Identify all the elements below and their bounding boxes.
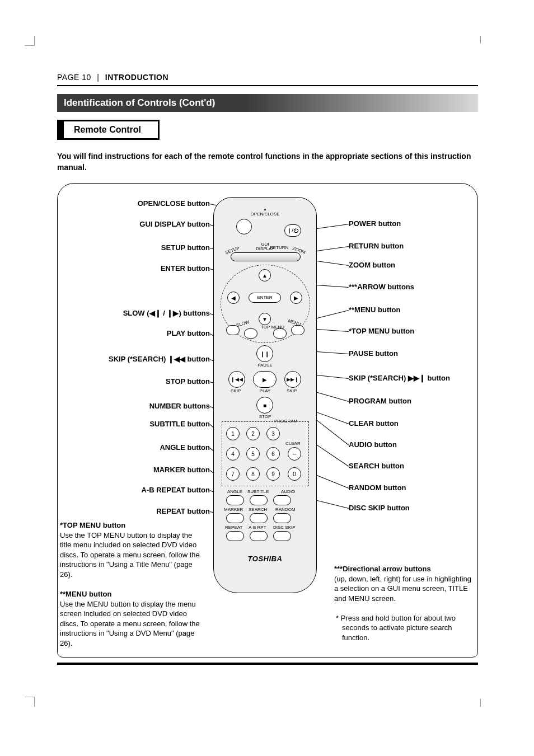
- content-area: PAGE 10 | INTRODUCTION Identification of…: [57, 73, 478, 658]
- crop-mark: [25, 36, 35, 46]
- bottom-rule: [57, 663, 478, 665]
- callout-search: SEARCH button: [349, 462, 404, 470]
- stop-button: ■: [256, 397, 273, 414]
- label-repeat: REPEAT: [225, 525, 242, 530]
- label-search: SEARCH: [249, 508, 267, 512]
- label-subtitle: SUBTITLE: [247, 490, 269, 494]
- label-skip-r: SKIP: [287, 389, 297, 393]
- sub-title: Remote Control: [57, 120, 160, 140]
- crop-mark: [480, 36, 488, 44]
- power-button: ❙/⏻: [284, 224, 301, 237]
- manual-page: PAGE 10 | INTRODUCTION Identification of…: [0, 0, 534, 756]
- repeat-button: [226, 531, 244, 541]
- skip-back-button: ❙◀◀: [228, 371, 245, 388]
- section-title: Identification of Controls (Cont'd): [57, 94, 478, 112]
- callout-menu: **MENU button: [349, 306, 400, 314]
- section-name: INTRODUCTION: [105, 73, 168, 82]
- open-close-button: [236, 219, 252, 234]
- audio-button: [273, 495, 291, 505]
- brand-logo: TOSHIBA: [214, 555, 316, 563]
- num-5: 5: [246, 447, 260, 461]
- callout-audio: AUDIO button: [349, 440, 397, 449]
- callout-open-close: OPEN/CLOSE button: [138, 199, 210, 208]
- callout-setup: SETUP button: [161, 243, 210, 252]
- label-top-menu: TOP MENU: [261, 325, 284, 330]
- callout-subtitle: SUBTITLE button: [149, 420, 210, 428]
- label-angle: ANGLE: [227, 490, 242, 494]
- search-button: [250, 513, 268, 523]
- subtitle-button: [250, 495, 268, 505]
- callout-skip-fwd: SKIP (*SEARCH) ▶▶❙ button: [349, 374, 450, 382]
- num-3: 3: [266, 427, 280, 440]
- search-note: * Press and hold button for about two se…: [334, 613, 472, 643]
- callout-slow: SLOW (◀❙ / ❙▶) buttons: [123, 309, 210, 317]
- footnote-left: *TOP MENU button Use the TOP MENU button…: [60, 520, 205, 648]
- callout-disc-skip: DISC SKIP button: [349, 504, 410, 512]
- callout-clear: CLEAR button: [349, 419, 399, 428]
- num-0: 0: [288, 467, 301, 481]
- num-6: 6: [266, 447, 280, 461]
- intro-text: You will find instructions for each of t…: [57, 151, 478, 173]
- top-menu-note-body: Use the TOP MENU button to display the t…: [60, 531, 200, 579]
- angle-button: [226, 495, 244, 505]
- label-random: RANDOM: [275, 508, 296, 512]
- num-1: 1: [226, 427, 240, 440]
- callout-enter: ENTER button: [161, 264, 210, 273]
- label-audio: AUDIO: [281, 490, 295, 494]
- remote-diagram: OPEN/CLOSE button GUI DISPLAY button SET…: [57, 183, 478, 658]
- crop-mark: [25, 697, 35, 707]
- callout-ab-repeat: A-B REPEAT button: [141, 486, 210, 494]
- random-button: [273, 513, 291, 523]
- enter-button: ENTER: [249, 293, 281, 303]
- label-return: RETURN: [270, 246, 288, 250]
- arrow-note-body: (up, down, left, right) for use in highl…: [334, 575, 471, 603]
- callout-marker: MARKER button: [153, 466, 210, 474]
- label-ab-rpt: A-B RPT: [249, 525, 266, 530]
- num-7: 7: [226, 467, 240, 481]
- page-number: PAGE 10: [57, 73, 91, 82]
- callout-repeat: REPEAT button: [156, 507, 210, 515]
- callout-random: RANDOM button: [349, 483, 406, 492]
- arrow-note-title: ***Directional arrow buttons: [334, 565, 431, 573]
- callout-gui-display: GUI DISPLAY button: [139, 220, 210, 228]
- menu-note-title: **MENU button: [60, 590, 111, 598]
- page-header: PAGE 10 | INTRODUCTION: [57, 73, 478, 86]
- ab-rpt-button: [250, 531, 268, 541]
- num-4: 4: [226, 447, 240, 461]
- num-2: 2: [246, 427, 260, 440]
- disc-skip-button: [273, 531, 291, 541]
- callout-arrow: ***ARROW buttons: [349, 283, 414, 291]
- num-8: 8: [246, 467, 260, 481]
- callout-program: PROGRAM button: [349, 397, 411, 405]
- callout-top-menu: *TOP MENU button: [349, 327, 414, 335]
- clear-button: −: [288, 447, 301, 461]
- callout-return: RETURN button: [349, 242, 404, 250]
- menu-button: [291, 325, 305, 335]
- footnote-right: ***Directional arrow buttons (up, down, …: [334, 564, 472, 642]
- pause-button: ❙❙: [256, 345, 273, 362]
- label-open-close: OPEN/CLOSE: [214, 212, 316, 217]
- slow-fwd-button: [244, 328, 257, 339]
- label-marker: MARKER: [224, 508, 243, 512]
- remote-body: OPEN/CLOSE ▲ ❙/⏻ GUI DISPLAY SETUP RETUR…: [213, 197, 317, 593]
- crop-mark: [480, 699, 488, 707]
- label-stop: STOP: [214, 415, 316, 419]
- menu-note-body: Use the MENU button to display the menu …: [60, 600, 200, 647]
- label-disc-skip: DISC SKIP: [273, 525, 296, 530]
- top-curved-bar: [231, 252, 301, 261]
- callout-number: NUMBER buttons: [149, 402, 210, 410]
- label-play: PLAY: [214, 389, 316, 393]
- sub-title-wrap: Remote Control: [57, 120, 478, 140]
- play-button: ▶: [253, 371, 277, 388]
- callout-zoom: ZOOM button: [349, 261, 395, 269]
- label-clear: CLEAR: [285, 442, 301, 446]
- callout-angle: ANGLE button: [160, 443, 210, 452]
- marker-button: [226, 513, 244, 523]
- callout-power: POWER button: [349, 219, 401, 228]
- callout-play: PLAY button: [167, 329, 210, 337]
- top-menu-note-title: *TOP MENU button: [60, 521, 125, 529]
- callout-skip-back: SKIP (*SEARCH) ❙◀◀ button: [109, 355, 210, 363]
- callout-pause: PAUSE button: [349, 349, 398, 358]
- label-pause: PAUSE: [214, 363, 316, 368]
- num-9: 9: [266, 467, 280, 481]
